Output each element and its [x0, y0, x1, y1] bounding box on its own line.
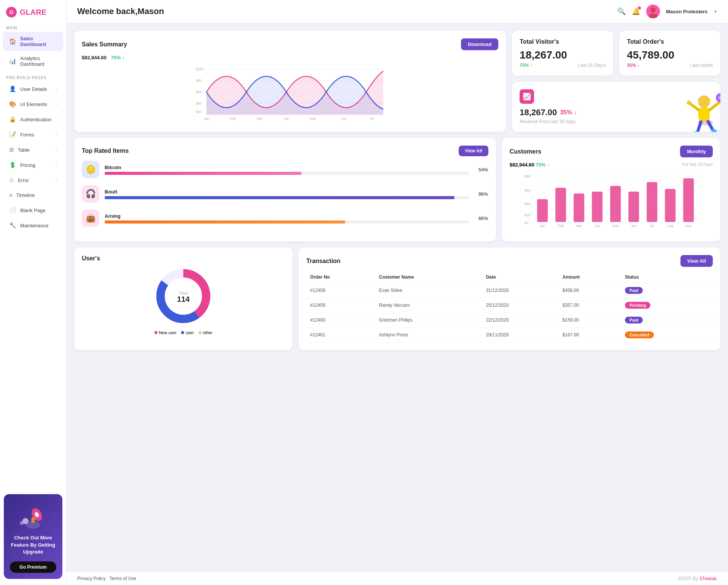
- row-2: Top Rated Items View All 🪙 Bitcoin 54%: [74, 138, 720, 241]
- svg-rect-54: [628, 192, 639, 222]
- user-dropdown-icon[interactable]: ▼: [714, 10, 717, 14]
- arning-icon: 👜: [82, 209, 99, 227]
- sales-summary-title: Sales Summary: [82, 41, 127, 48]
- item-pct-bitcoin: 54%: [475, 167, 488, 173]
- visitor-value: 18,267.00: [520, 49, 606, 61]
- notification-icon[interactable]: 🔔: [632, 7, 640, 16]
- sidebar-label-table: Table: [18, 147, 30, 153]
- svg-text:114: 114: [177, 295, 190, 303]
- brand-name: GLARE: [20, 8, 46, 17]
- top-rated-title: Top Rated Items: [82, 147, 129, 154]
- download-button[interactable]: Download: [461, 38, 498, 50]
- brand-logo: G GLARE: [0, 0, 66, 21]
- chevron-icon: ›: [56, 148, 57, 152]
- customers-card: Customers Monthly $82,944.60 75% ↑ For l…: [502, 138, 720, 241]
- order-card: Total Order's 45,789.00 35% ↓ Last month: [619, 31, 720, 76]
- revenue-icon: 📈: [520, 89, 534, 104]
- sidebar-label-sales: Sales Dashboard: [20, 36, 57, 47]
- svg-line-32: [690, 103, 698, 110]
- svg-line-33: [710, 101, 720, 110]
- customers-pct: 75% ↑: [536, 162, 549, 168]
- sidebar-item-pricing[interactable]: 💲 Pricing ›: [3, 158, 63, 172]
- search-icon[interactable]: 🔍: [617, 7, 626, 16]
- footer-copy: 2022© By 17sucai.: [678, 576, 717, 581]
- sidebar-item-timeline[interactable]: ≡ Timeline: [3, 188, 63, 202]
- col-status: Status: [621, 271, 713, 283]
- legend-new-user: New user: [154, 330, 176, 335]
- donut-chart: Total 114 New user user other: [82, 266, 285, 335]
- cell-date: 25/12/2020: [482, 298, 559, 313]
- sidebar-section-prebuild: PRE-BUILD PAGES: [0, 71, 66, 81]
- svg-text:$60: $60: [196, 90, 202, 94]
- visitor-card: Total Visitor's 18,267.00 75% ↑ Last 15 …: [512, 31, 613, 76]
- svg-text:Mar: Mar: [257, 117, 263, 120]
- sidebar-item-maintenance[interactable]: 🔧 Maintenance: [3, 218, 63, 233]
- svg-text:Sep: Sep: [685, 224, 691, 228]
- visitor-order-row: Total Visitor's 18,267.00 75% ↑ Last 15 …: [512, 31, 720, 76]
- terms-link[interactable]: Terms of Use: [109, 576, 136, 581]
- cell-order: #12458: [306, 283, 375, 298]
- status-badge: Pending: [625, 302, 650, 309]
- cell-customer: Evan Shlee: [375, 283, 482, 298]
- svg-text:May: May: [612, 224, 619, 228]
- sidebar-item-table[interactable]: ⊞ Table ›: [3, 143, 63, 157]
- order-sublabel: Last month: [690, 63, 713, 68]
- revenue-card: 📈 18,267.00 35% ↓ Revenue From last 30 d…: [512, 82, 720, 132]
- footer-brand: 17sucai.: [699, 576, 717, 581]
- sidebar-item-forms[interactable]: 📝 Forms ›: [3, 127, 63, 142]
- sidebar-item-error[interactable]: ⚠ Error ›: [3, 173, 63, 187]
- user-icon: 👤: [9, 86, 16, 92]
- sales-meta: $82,944.60 75% ↑: [82, 55, 498, 60]
- view-all-transaction-button[interactable]: View All: [680, 255, 713, 267]
- sidebar-item-analytics-dashboard[interactable]: 📊 Analytics Dashboard: [3, 52, 63, 71]
- order-value: 45,789.00: [627, 49, 713, 61]
- privacy-policy-link[interactable]: Privacy Policy: [77, 576, 106, 581]
- cell-status: Cancelled: [621, 328, 713, 342]
- cell-order: #12459: [306, 298, 375, 313]
- upgrade-illustration: [18, 500, 48, 531]
- sidebar-item-user-details[interactable]: 👤 User Details ›: [3, 82, 63, 96]
- svg-text:Feb: Feb: [230, 117, 236, 120]
- sidebar-label-maintenance: Maintenance: [20, 223, 48, 228]
- legend-user: user: [181, 330, 194, 335]
- sidebar-item-blank-page[interactable]: 📄 Blank Page: [3, 203, 63, 217]
- table-row: #12459 Randy Vaccaro 25/12/2020 $357.00 …: [306, 298, 713, 313]
- svg-point-5: [31, 517, 35, 523]
- timeline-icon: ≡: [9, 192, 13, 198]
- sidebar-section-main: MAIN: [0, 21, 66, 32]
- sidebar-label-ui: UI Elements: [20, 101, 47, 107]
- svg-text:Jun: Jun: [631, 224, 637, 228]
- sidebar-item-sales-dashboard[interactable]: 🏠 Sales Dashboard: [3, 32, 63, 51]
- svg-rect-55: [647, 182, 657, 222]
- customers-title: Customers: [510, 148, 542, 155]
- svg-rect-52: [592, 192, 602, 222]
- revenue-amount: 18,267.00: [520, 108, 557, 117]
- customers-meta: $82,944.60 75% ↑ For last 15 Days: [510, 162, 713, 168]
- pricing-icon: 💲: [9, 162, 16, 168]
- svg-rect-57: [683, 178, 694, 222]
- row-3: User's Total 114 N: [74, 247, 720, 350]
- svg-text:$100: $100: [196, 67, 203, 71]
- users-title: User's: [82, 255, 285, 262]
- monthly-button[interactable]: Monthly: [680, 146, 713, 157]
- sidebar-item-authentication[interactable]: 🔒 Authentication ›: [3, 112, 63, 127]
- analytics-icon: 📊: [9, 58, 16, 65]
- svg-text:Mar: Mar: [576, 224, 582, 228]
- go-premium-button[interactable]: Go Premium: [10, 561, 56, 573]
- cell-customer: Randy Vaccaro: [375, 298, 482, 313]
- col-date: Date: [482, 271, 559, 283]
- svg-rect-31: [698, 107, 710, 121]
- col-amount: Amount: [559, 271, 621, 283]
- cell-date: 22/12/2020: [482, 313, 559, 328]
- svg-text:Aug: Aug: [667, 224, 673, 228]
- svg-text:$60: $60: [525, 189, 530, 192]
- view-all-top-rated-button[interactable]: View All: [459, 146, 488, 156]
- item-pct-arning: 66%: [475, 216, 488, 221]
- users-card: User's Total 114 N: [74, 247, 292, 350]
- cell-customer: Ashlynn Press: [375, 328, 482, 342]
- sidebar-item-ui-elements[interactable]: 🎨 UI Elements ›: [3, 97, 63, 111]
- chevron-icon: ›: [56, 102, 57, 106]
- cell-status: Paid: [621, 283, 713, 298]
- dashboard: Sales Summary Download $82,944.60 75% ↑ …: [67, 23, 728, 572]
- svg-point-34: [687, 100, 691, 105]
